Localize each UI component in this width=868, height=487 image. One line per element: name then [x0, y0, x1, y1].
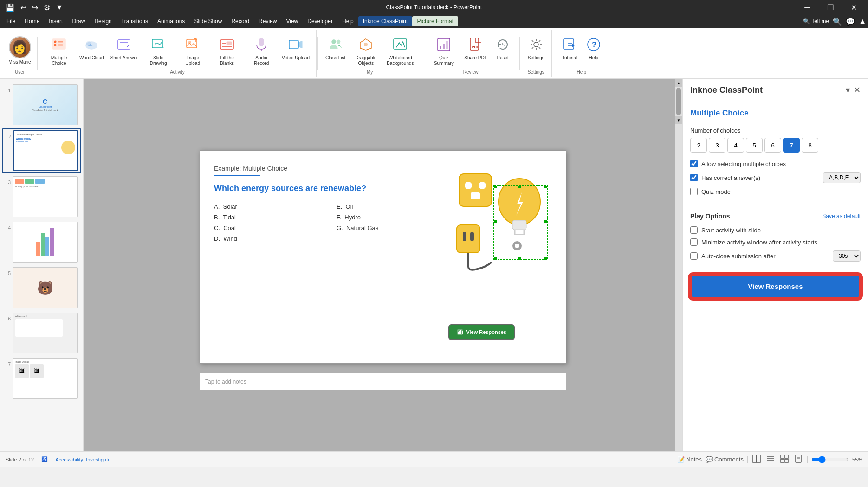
- menu-picture-format[interactable]: Picture Format: [412, 16, 458, 26]
- notes-placeholder: Tap to add notes: [205, 378, 246, 385]
- restore-button[interactable]: ❐: [820, 0, 841, 15]
- save-default-button[interactable]: Save as default: [822, 213, 861, 219]
- view-responses-button[interactable]: View Responses: [690, 275, 861, 298]
- svg-rect-29: [440, 46, 441, 49]
- panel-collapse-button[interactable]: ▾: [846, 85, 850, 95]
- svg-rect-46: [512, 220, 526, 230]
- reset-button[interactable]: Reset: [491, 35, 514, 69]
- normal-view-button[interactable]: [751, 454, 762, 465]
- choice-5-button[interactable]: 5: [746, 138, 763, 153]
- menu-design[interactable]: Design: [90, 16, 116, 26]
- menu-transitions[interactable]: Transitions: [117, 16, 153, 26]
- share-pdf-button[interactable]: PDF Share PDF: [461, 35, 490, 69]
- slide-thumb-3[interactable]: 3 Activity types overview: [2, 175, 81, 218]
- choice-8-button[interactable]: 8: [802, 138, 818, 153]
- reading-view-button[interactable]: [793, 454, 803, 465]
- menu-home[interactable]: Home: [20, 16, 44, 26]
- menu-animations[interactable]: Animations: [153, 16, 189, 26]
- word-cloud-icon: abc: [84, 37, 99, 54]
- slide-thumb-1[interactable]: 1 C ClassPoint ClassPoint Tutorials deck: [2, 83, 81, 127]
- draggable-objects-button[interactable]: Draggable Objects: [349, 35, 382, 69]
- allow-multiple-checkbox[interactable]: [690, 160, 698, 167]
- help-label: Help: [589, 55, 599, 61]
- menu-insert[interactable]: Insert: [44, 16, 67, 26]
- slide-sorter-button[interactable]: [779, 454, 790, 465]
- scrollbar-thumb[interactable]: [676, 88, 681, 115]
- comments-button[interactable]: 💬 Comments: [706, 456, 744, 463]
- comments-icon[interactable]: 💬: [846, 17, 855, 26]
- quiz-summary-label: Quiz Summary: [430, 55, 458, 66]
- correct-answer-select[interactable]: A,B,D,F A,B,C A,C,D: [823, 172, 861, 183]
- menu-record[interactable]: Record: [227, 16, 254, 26]
- menu-review[interactable]: Review: [254, 16, 281, 26]
- quiz-summary-icon: [436, 37, 451, 54]
- whiteboard-bg-button[interactable]: Whiteboard Backgrounds: [383, 35, 417, 69]
- share-pdf-icon: PDF: [468, 37, 483, 54]
- menu-developer[interactable]: Developer: [303, 16, 337, 26]
- whiteboard-bg-icon: [393, 37, 408, 54]
- choice-2-button[interactable]: 2: [690, 138, 707, 153]
- close-button[interactable]: ✕: [843, 0, 864, 15]
- undo-button[interactable]: ↩: [19, 1, 28, 14]
- menu-slideshow[interactable]: Slide Show: [189, 16, 227, 26]
- scroll-up-button[interactable]: ▲: [675, 79, 682, 87]
- scroll-down-button[interactable]: ▼: [675, 116, 682, 124]
- ribbon: 👩 Miss Marie User Multiple Choice abc: [0, 28, 868, 79]
- slide-thumb-2[interactable]: 2 Example: Multiple Choice Which energy …: [2, 128, 81, 173]
- short-answer-button[interactable]: Short Answer: [108, 35, 141, 69]
- notes-area[interactable]: Tap to add notes: [200, 373, 566, 390]
- help-button[interactable]: ? Help: [582, 35, 605, 69]
- choice-7-button[interactable]: 7: [783, 138, 800, 153]
- tell-me-button[interactable]: 🔍 Tell me: [803, 18, 829, 25]
- zoom-slider[interactable]: [811, 456, 849, 463]
- class-list-button[interactable]: Class List: [323, 35, 348, 69]
- start-with-slide-row: Start activity with slide: [690, 226, 861, 234]
- quiz-mode-checkbox[interactable]: [690, 188, 698, 195]
- start-with-slide-checkbox[interactable]: [690, 226, 698, 234]
- quiz-summary-button[interactable]: Quiz Summary: [427, 35, 460, 69]
- word-cloud-button[interactable]: abc Word Cloud: [77, 35, 107, 69]
- panel-close-button[interactable]: ✕: [854, 85, 861, 95]
- fill-blanks-button[interactable]: Fill the Blanks: [210, 35, 244, 69]
- class-list-label: Class List: [325, 55, 345, 61]
- menu-file[interactable]: File: [2, 16, 20, 26]
- choice-4-button[interactable]: 4: [727, 138, 744, 153]
- tutorial-button[interactable]: Tutorial: [558, 35, 581, 69]
- avatar[interactable]: 👩: [9, 36, 31, 58]
- menu-draw[interactable]: Draw: [67, 16, 90, 26]
- auto-close-checkbox[interactable]: [690, 252, 698, 260]
- auto-close-select[interactable]: 30s 1m 2m: [833, 250, 861, 262]
- energy-illustration: [445, 160, 557, 271]
- redo-button[interactable]: ↪: [30, 1, 40, 14]
- choice-6-button[interactable]: 6: [764, 138, 781, 153]
- image-upload-button[interactable]: Image Upload: [176, 35, 209, 69]
- accessibility-label[interactable]: Accessibility: Investigate: [55, 457, 110, 462]
- menu-view[interactable]: View: [281, 16, 303, 26]
- slide-number-1: 1: [3, 84, 11, 93]
- slide-thumb-4[interactable]: 4: [2, 220, 81, 264]
- quick-access-icon[interactable]: ⚙: [42, 1, 52, 14]
- slide-thumb-7[interactable]: 7 Image Upload 🖼 🖼: [2, 357, 81, 400]
- settings-icon: [529, 37, 544, 54]
- quick-access-dropdown[interactable]: ▼: [54, 1, 65, 13]
- choice-3-button[interactable]: 3: [709, 138, 725, 153]
- multiple-choice-button[interactable]: Multiple Choice: [42, 35, 76, 69]
- minimize-button[interactable]: ─: [797, 0, 818, 15]
- slide-thumb-5[interactable]: 5 🐻: [2, 266, 81, 309]
- slide-drawing-button[interactable]: Slide Drawing: [142, 35, 175, 69]
- menu-classpoint[interactable]: Inknoe ClassPoint: [358, 16, 413, 26]
- minimize-window-checkbox[interactable]: [690, 238, 698, 246]
- outline-view-button[interactable]: [765, 454, 776, 465]
- notes-button[interactable]: 📝 Notes: [677, 456, 702, 463]
- menu-help[interactable]: Help: [337, 16, 358, 26]
- save-button[interactable]: 💾: [4, 1, 17, 14]
- correct-answer-checkbox[interactable]: [690, 174, 698, 181]
- slide-view-responses-button[interactable]: View Responses: [448, 324, 515, 340]
- search-icon[interactable]: 🔍: [833, 17, 842, 26]
- video-upload-button[interactable]: Video Upload: [279, 35, 312, 69]
- settings-button[interactable]: Settings: [525, 35, 548, 69]
- audio-record-button[interactable]: Audio Record: [245, 35, 278, 69]
- panel-controls: ▾ ✕: [846, 85, 861, 95]
- slide-thumb-6[interactable]: 6 Whiteboard: [2, 311, 81, 355]
- ribbon-collapse-button[interactable]: ▲: [859, 17, 866, 26]
